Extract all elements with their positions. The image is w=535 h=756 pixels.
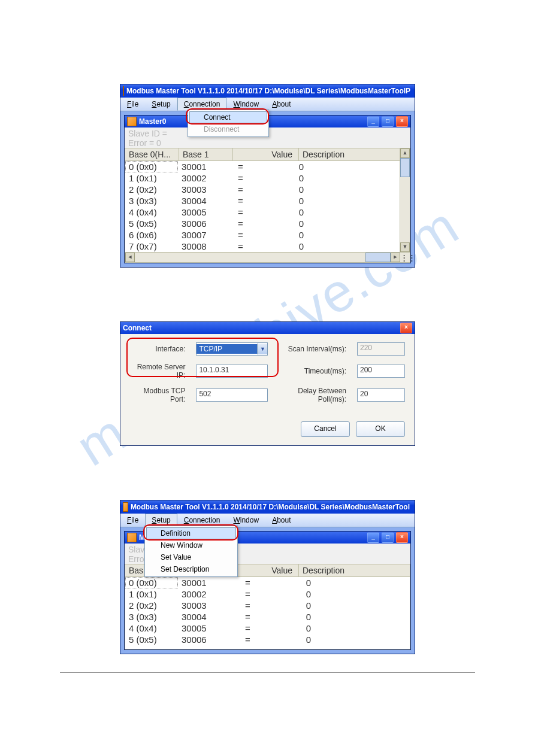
window-title: Modbus Master Tool V1.1.1.0 2014/10/17 D… (126, 87, 410, 95)
dialog-title: Connect (123, 324, 152, 332)
data-grid-2[interactable]: 0 (0x0) 30001 = 0 1 (0x1) 30002 = 0 2 (0… (125, 577, 410, 649)
table-row[interactable]: 5 (0x5) 30006 = 0 (125, 218, 400, 229)
cell-base1: 30006 (178, 218, 238, 229)
table-row[interactable]: 7 (0x7) 30008 = 0 (125, 241, 400, 252)
timeout-field[interactable]: 200 (357, 365, 405, 378)
table-row[interactable]: 0 (0x0) 30001 = 0 (125, 161, 400, 172)
col-base1[interactable]: Base 1 (179, 148, 233, 160)
cell-base0: 2 (0x2) (125, 184, 178, 195)
menu-about[interactable]: About (265, 514, 297, 527)
table-row[interactable]: 1 (0x1) 30002 = 0 (125, 588, 410, 600)
cell-value: 0 (250, 230, 310, 240)
col-value[interactable]: Value (233, 564, 299, 576)
interface-combo[interactable]: TCP/IP ▼ (196, 342, 268, 356)
title-bar-2[interactable]: Modbus Master Tool V1.1.1.0 2014/10/17 D… (120, 500, 415, 514)
cell-base0: 4 (0x4) (125, 207, 178, 217)
connect-dialog: Connect × Interface: TCP/IP ▼ Scan Inter… (120, 321, 415, 446)
menu-setup[interactable]: Setup (145, 98, 177, 111)
menu-connection[interactable]: Connection (177, 98, 227, 111)
grid-header: Base 0(H... Base 1 Value Description (125, 148, 400, 161)
menu-set-description[interactable]: Set Description (146, 563, 236, 575)
cell-base1: 30002 (178, 173, 238, 183)
tcp-port-field[interactable]: 502 (196, 388, 268, 402)
cell-base0: 1 (0x1) (125, 589, 178, 599)
menu-file[interactable]: File (120, 98, 145, 111)
menu-about[interactable]: About (265, 98, 297, 111)
minimize-button[interactable]: _ (367, 532, 379, 543)
cell-value: 0 (250, 207, 310, 217)
table-row[interactable]: 6 (0x6) 30007 = 0 (125, 229, 400, 241)
error-label: Error = 0 (128, 138, 407, 148)
cell-base1: 30008 (178, 241, 238, 251)
cell-value: 0 (257, 623, 317, 633)
table-row[interactable]: 0 (0x0) 30001 = 0 (125, 577, 410, 588)
cell-base0: 2 (0x2) (125, 600, 178, 611)
ok-button[interactable]: OK (356, 421, 405, 437)
cell-base0: 7 (0x7) (125, 241, 178, 251)
col-description[interactable]: Description (299, 148, 400, 160)
minimize-button[interactable]: _ (367, 116, 379, 127)
col-base0[interactable]: Base 0(H... (125, 148, 179, 160)
scroll-left-icon[interactable]: ◄ (125, 253, 135, 262)
connection-dropdown: Connect Disconnect (188, 110, 269, 137)
table-row[interactable]: 1 (0x1) 30002 = 0 (125, 172, 400, 184)
dialog-close-button[interactable]: × (400, 323, 412, 333)
menu-file[interactable]: File (120, 514, 145, 527)
scroll-down-icon[interactable]: ▼ (400, 242, 410, 252)
delay-field[interactable]: 20 (357, 388, 405, 402)
scroll-right-icon[interactable]: ► (391, 253, 400, 262)
scroll-thumb[interactable] (400, 158, 410, 177)
maximize-button[interactable]: □ (382, 116, 394, 127)
cell-eq: = (245, 612, 257, 622)
cell-base0: 3 (0x3) (125, 196, 178, 206)
cell-base1: 30006 (178, 634, 245, 645)
vertical-scrollbar[interactable]: ▲ ▼ (400, 148, 410, 253)
table-row[interactable]: 3 (0x3) 30004 = 0 (125, 611, 410, 623)
cell-base1: 30003 (178, 600, 245, 611)
resize-grip[interactable]: ⋮⋮ (400, 253, 410, 262)
cell-eq: = (238, 184, 250, 195)
cell-eq: = (238, 207, 250, 217)
menu-setup[interactable]: Setup (145, 514, 177, 527)
menu-definition[interactable]: Definition (146, 527, 236, 539)
col-description[interactable]: Description (299, 564, 410, 576)
footer-divider (60, 672, 475, 673)
data-grid[interactable]: 0 (0x0) 30001 = 0 1 (0x1) 30002 = 0 2 (0… (125, 161, 400, 253)
menu-window[interactable]: Window (226, 514, 265, 527)
cell-eq: = (245, 600, 257, 611)
scroll-thumb-h[interactable] (365, 253, 391, 262)
close-button[interactable]: × (396, 116, 408, 127)
scroll-up-icon[interactable]: ▲ (400, 148, 410, 158)
remote-ip-field[interactable]: 10.1.0.31 (196, 365, 268, 378)
menu-new-window[interactable]: New Window (146, 539, 236, 551)
table-row[interactable]: 3 (0x3) 30004 = 0 (125, 195, 400, 207)
menu-connection[interactable]: Connection (177, 514, 227, 527)
table-row[interactable]: 4 (0x4) 30005 = 0 (125, 207, 400, 218)
cell-base0: 0 (0x0) (125, 161, 178, 172)
cancel-button[interactable]: Cancel (301, 421, 350, 437)
table-row[interactable]: 2 (0x2) 30003 = 0 (125, 184, 400, 195)
table-row[interactable]: 5 (0x5) 30006 = 0 (125, 634, 410, 645)
horizontal-scrollbar[interactable]: ◄ ► ⋮⋮ (125, 253, 410, 263)
cell-base1: 30004 (178, 612, 245, 622)
child-title: Master0 (139, 117, 166, 126)
menu-connect[interactable]: Connect (189, 111, 267, 123)
table-row[interactable]: 2 (0x2) 30003 = 0 (125, 600, 410, 611)
cell-eq: = (245, 623, 257, 633)
col-value[interactable]: Value (233, 148, 299, 160)
maximize-button[interactable]: □ (382, 532, 394, 543)
remote-ip-label: Remote Server IP: (130, 363, 185, 379)
chevron-down-icon[interactable]: ▼ (257, 344, 267, 354)
dialog-title-bar[interactable]: Connect × (120, 322, 415, 334)
menu-set-value[interactable]: Set Value (146, 551, 236, 563)
cell-eq: = (238, 218, 250, 229)
cell-base1: 30007 (178, 230, 238, 240)
cell-eq: = (245, 578, 257, 588)
close-button[interactable]: × (396, 532, 408, 543)
delay-label: Delay Between Poll(ms): (279, 387, 346, 403)
table-row[interactable]: 4 (0x4) 30005 = 0 (125, 623, 410, 634)
cell-eq: = (238, 230, 250, 240)
title-bar[interactable]: Modbus Master Tool V1.1.1.0 2014/10/17 D… (120, 84, 415, 98)
menu-window[interactable]: Window (226, 98, 265, 111)
window-title-2: Modbus Master Tool V1.1.1.0 2014/10/17 D… (131, 503, 410, 511)
